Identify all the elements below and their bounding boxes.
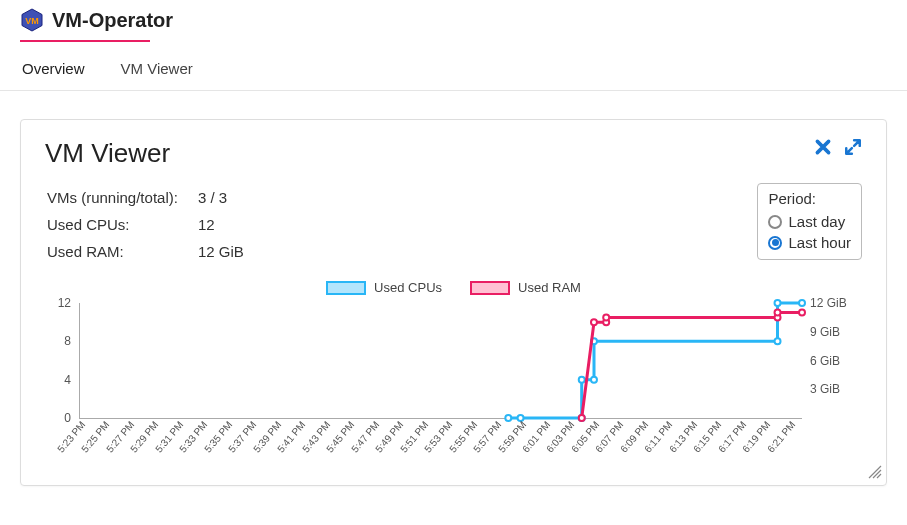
- card-title: VM Viewer: [45, 138, 170, 169]
- chart-point: [775, 300, 781, 306]
- close-icon[interactable]: [814, 138, 832, 160]
- brand: VM VM-Operator: [20, 8, 887, 38]
- stat-ram-value: 12 GiB: [198, 239, 244, 264]
- chart-svg: [80, 303, 802, 418]
- expand-icon[interactable]: [844, 138, 862, 160]
- period-title: Period:: [768, 190, 851, 207]
- period-selector: Period: Last day Last hour: [757, 183, 862, 260]
- legend-swatch-ram: [470, 281, 510, 295]
- radio-icon: [768, 236, 782, 250]
- y-left-tick: 4: [64, 373, 71, 387]
- y-right-tick: 3 GiB: [810, 382, 840, 396]
- stats-block: VMs (running/total): 3 / 3 Used CPUs: 12…: [45, 183, 246, 266]
- chart-plot: [79, 303, 802, 419]
- y-right-tick: 12 GiB: [810, 296, 847, 310]
- stat-vms-value: 3 / 3: [198, 185, 244, 210]
- vm-operator-logo-icon: VM: [20, 8, 44, 32]
- stat-vms: VMs (running/total): 3 / 3: [47, 185, 244, 210]
- y-left-tick: 0: [64, 411, 71, 425]
- period-last-hour-label: Last hour: [788, 234, 851, 251]
- y-left-tick: 12: [58, 296, 71, 310]
- period-last-day-label: Last day: [788, 213, 845, 230]
- y-right-tick: 6 GiB: [810, 354, 840, 368]
- tab-vm-viewer[interactable]: VM Viewer: [119, 50, 195, 90]
- chart-point: [603, 314, 609, 320]
- chart-point: [591, 319, 597, 325]
- legend-cpu-label: Used CPUs: [374, 280, 442, 295]
- period-option-last-hour[interactable]: Last hour: [768, 232, 851, 253]
- chart-point: [579, 377, 585, 383]
- legend-item-cpu[interactable]: Used CPUs: [326, 280, 442, 295]
- chart-line: [508, 303, 802, 418]
- chart-area: 04812 3 GiB6 GiB9 GiB12 GiB 5:23 PM5:25 …: [45, 303, 862, 463]
- legend-item-ram[interactable]: Used RAM: [470, 280, 581, 295]
- legend-ram-label: Used RAM: [518, 280, 581, 295]
- stat-ram-label: Used RAM:: [47, 239, 196, 264]
- legend-swatch-cpu: [326, 281, 366, 295]
- topbar: VM VM-Operator Overview VM Viewer: [0, 0, 907, 91]
- chart-point: [775, 338, 781, 344]
- stat-cpus-label: Used CPUs:: [47, 212, 196, 237]
- y-axis-left: 04812: [45, 303, 75, 419]
- stat-cpus: Used CPUs: 12: [47, 212, 244, 237]
- stat-vms-label: VMs (running/total):: [47, 185, 196, 210]
- chart-point: [775, 310, 781, 316]
- tabs: Overview VM Viewer: [20, 42, 887, 90]
- vm-viewer-card: VM Viewer VMs (running/total): 3 / 3: [20, 119, 887, 486]
- tab-overview[interactable]: Overview: [20, 50, 87, 90]
- stat-ram: Used RAM: 12 GiB: [47, 239, 244, 264]
- chart-point: [799, 310, 805, 316]
- stat-cpus-value: 12: [198, 212, 244, 237]
- app-title: VM-Operator: [52, 9, 173, 32]
- y-right-tick: 9 GiB: [810, 325, 840, 339]
- svg-text:VM: VM: [25, 16, 39, 26]
- chart-point: [799, 300, 805, 306]
- period-option-last-day[interactable]: Last day: [768, 211, 851, 232]
- chart-legend: Used CPUs Used RAM: [45, 280, 862, 295]
- chart-point: [591, 377, 597, 383]
- resize-handle-icon[interactable]: [868, 465, 882, 483]
- chart-line: [582, 313, 802, 418]
- y-left-tick: 8: [64, 334, 71, 348]
- y-axis-right: 3 GiB6 GiB9 GiB12 GiB: [806, 303, 862, 419]
- x-axis: 5:23 PM5:25 PM5:27 PM5:29 PM5:31 PM5:33 …: [79, 419, 802, 463]
- radio-icon: [768, 215, 782, 229]
